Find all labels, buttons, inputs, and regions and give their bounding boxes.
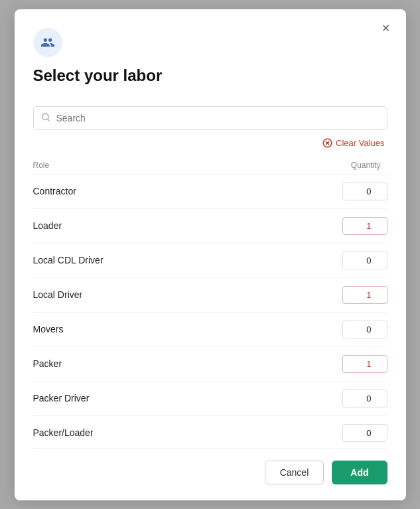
- clear-values-label: Clear Values: [336, 138, 384, 148]
- modal-header: Select your labor: [33, 28, 387, 96]
- labor-list: ContractorLoaderLocal CDL DriverLocal Dr…: [33, 175, 387, 443]
- labor-row: Packer Driver: [33, 382, 387, 416]
- labor-name-packer: Packer: [33, 358, 62, 369]
- col-role-header: Role: [33, 161, 50, 170]
- search-input[interactable]: [33, 106, 387, 130]
- col-quantity-header: Quantity: [334, 161, 387, 170]
- labor-row: Loader: [33, 209, 387, 244]
- qty-input-packer-loader[interactable]: [342, 424, 387, 442]
- qty-input-movers[interactable]: [342, 321, 387, 338]
- qty-input-packer[interactable]: [342, 355, 387, 373]
- people-icon: [40, 35, 55, 50]
- labor-row: Contractor: [33, 175, 387, 209]
- search-container: [33, 106, 387, 130]
- add-button[interactable]: Add: [332, 461, 387, 484]
- labor-name-packer-loader: Packer/Loader: [33, 427, 94, 438]
- qty-input-local-driver[interactable]: [342, 286, 387, 304]
- qty-input-loader[interactable]: [342, 217, 387, 235]
- qty-input-local-cdl-driver[interactable]: [342, 252, 387, 269]
- labor-name-local-cdl-driver: Local CDL Driver: [33, 255, 104, 265]
- modal-overlay: × Select your labor: [0, 0, 420, 509]
- labor-icon: [33, 28, 62, 57]
- labor-name-movers: Movers: [33, 324, 64, 334]
- qty-input-packer-driver[interactable]: [342, 390, 387, 407]
- clear-values-button[interactable]: Clear Values: [319, 137, 387, 150]
- modal-footer: Cancel Add: [33, 448, 387, 484]
- labor-row: Packer: [33, 347, 387, 382]
- table-header: Role Quantity: [33, 157, 387, 175]
- labor-name-local-driver: Local Driver: [33, 289, 83, 300]
- labor-row: Local Driver: [33, 278, 387, 313]
- modal-title: Select your labor: [33, 66, 387, 85]
- clear-icon: [322, 138, 332, 149]
- qty-input-contractor[interactable]: [342, 182, 387, 200]
- labor-row: Packer/Loader: [33, 416, 387, 443]
- labor-name-packer-driver: Packer Driver: [33, 393, 90, 403]
- clear-values-row: Clear Values: [33, 137, 387, 150]
- close-button[interactable]: ×: [378, 20, 394, 36]
- labor-row: Local CDL Driver: [33, 244, 387, 278]
- modal-dialog: × Select your labor: [15, 9, 406, 500]
- labor-row: Movers: [33, 313, 387, 347]
- labor-name-contractor: Contractor: [33, 186, 76, 196]
- svg-line-1: [47, 119, 49, 121]
- search-icon: [41, 112, 50, 123]
- labor-name-loader: Loader: [33, 220, 62, 231]
- cancel-button[interactable]: Cancel: [265, 461, 324, 484]
